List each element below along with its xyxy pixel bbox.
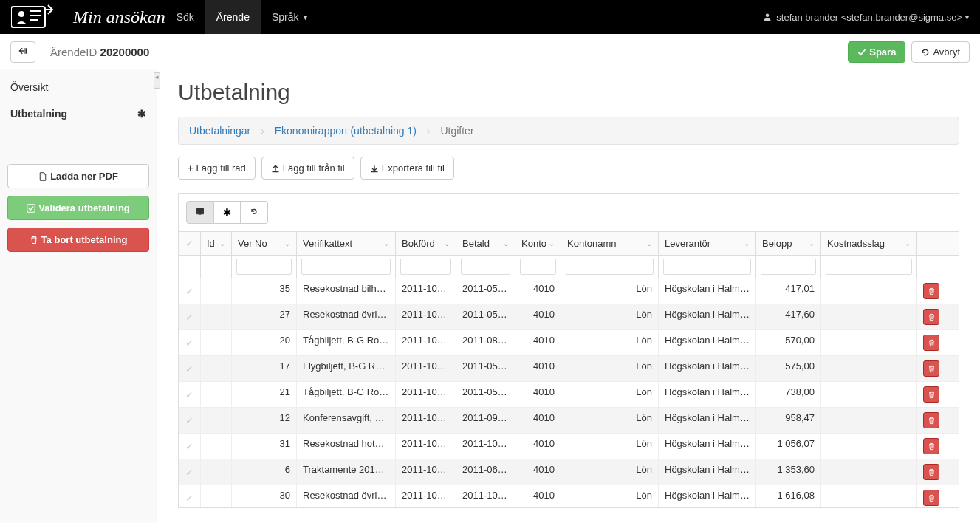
- nav-arende[interactable]: Ärende: [205, 0, 261, 34]
- cell-leverantor: Högskolan i Halmst...: [659, 485, 756, 507]
- sidebar-resize-handle[interactable]: ◂: [153, 69, 161, 523]
- save-button[interactable]: Spara: [848, 41, 905, 63]
- row-check[interactable]: ✓: [179, 485, 201, 507]
- cell-belopp: 1 056,07: [756, 434, 821, 459]
- check-icon: [857, 48, 866, 57]
- add-row-button[interactable]: + Lägg till rad: [178, 157, 256, 180]
- col-belopp[interactable]: Belopp⌄: [756, 232, 821, 255]
- delete-row-button[interactable]: [923, 283, 939, 299]
- cell-delete: [917, 408, 943, 433]
- cell-kontonamn: Lön: [561, 408, 659, 433]
- breadcrumb-utbetalningar[interactable]: Utbetalningar: [189, 125, 250, 137]
- cell-konto: 4010: [515, 434, 561, 459]
- filter-verno[interactable]: [236, 259, 292, 275]
- row-check[interactable]: ✓: [179, 459, 201, 485]
- col-bokford[interactable]: Bokförd⌄: [396, 232, 456, 255]
- sort-icon: ⌄: [809, 239, 815, 247]
- sort-icon: ⌄: [549, 239, 555, 247]
- col-verifikat[interactable]: Verifikattext⌄: [297, 232, 396, 255]
- breadcrumb-ekonomi[interactable]: Ekonomirapport (utbetalning 1): [275, 125, 417, 137]
- delete-row-button[interactable]: [923, 335, 939, 351]
- filter-bokford[interactable]: [400, 259, 451, 275]
- table-row[interactable]: ✓27Resekostnad övrig, ...2011-10-282011-…: [179, 304, 959, 330]
- cell-konto: 4010: [515, 356, 561, 381]
- col-kontonamn[interactable]: Kontonamn⌄: [561, 232, 659, 255]
- delete-row-button[interactable]: [923, 438, 939, 454]
- col-leverantor[interactable]: Leverantör⌄: [659, 232, 756, 255]
- check-square-icon: [27, 204, 35, 213]
- row-check[interactable]: ✓: [179, 330, 201, 355]
- download-pdf-button[interactable]: Ladda ner PDF: [7, 164, 149, 188]
- delete-row-button[interactable]: [923, 386, 939, 403]
- sidebar-item-utbetalning[interactable]: Utbetalning ✱: [0, 100, 157, 127]
- check-icon: ✓: [185, 238, 193, 249]
- col-id[interactable]: Id⌄: [201, 232, 232, 255]
- row-check[interactable]: ✓: [179, 408, 201, 433]
- col-kostnad[interactable]: Kostnadsslag⌄: [821, 232, 917, 255]
- table-row[interactable]: ✓6Traktamente 2011-...2011-10-282011-06-…: [179, 459, 959, 485]
- filter-belopp[interactable]: [761, 259, 816, 275]
- cell-id: [201, 356, 232, 381]
- cell-bokford: 2011-10-28: [396, 356, 456, 381]
- delete-row-button[interactable]: [923, 412, 939, 428]
- filter-verifikat[interactable]: [301, 259, 391, 275]
- delete-row-button[interactable]: [923, 464, 939, 480]
- cell-id: [201, 485, 232, 507]
- row-check[interactable]: ✓: [179, 356, 201, 381]
- grid-tool-book[interactable]: [186, 201, 214, 224]
- trash-icon: [928, 391, 936, 399]
- table-row[interactable]: ✓30Resekostnad övrig, ...2011-10-282011-…: [179, 485, 959, 507]
- row-check[interactable]: ✓: [179, 304, 201, 329]
- export-file-button[interactable]: Exportera till fil: [360, 157, 454, 180]
- cell-kontonamn: Lön: [561, 356, 659, 381]
- table-row[interactable]: ✓12Konferensavgift, La...2011-10-282011-…: [179, 408, 959, 434]
- delete-row-button[interactable]: [923, 490, 939, 506]
- validate-button[interactable]: Validera utbetalning: [7, 196, 149, 220]
- cell-betald: 2011-05-01: [456, 356, 515, 381]
- grid-tool-asterisk[interactable]: ✱: [214, 201, 241, 224]
- grid-tool-undo[interactable]: [241, 201, 268, 224]
- refresh-icon: [921, 48, 930, 57]
- col-betald[interactable]: Betald⌄: [456, 232, 515, 255]
- nav-sok[interactable]: Sök: [165, 0, 205, 34]
- add-from-file-button[interactable]: Lägg till från fil: [261, 157, 354, 180]
- table-row[interactable]: ✓17Flygbiljett, B-G Rosén2011-10-282011-…: [179, 356, 959, 382]
- cell-verifikat: Resekostnad hotell...: [297, 434, 396, 459]
- filter-kontonamn[interactable]: [566, 259, 654, 275]
- brand-logo[interactable]: [11, 4, 55, 30]
- col-select[interactable]: ✓: [179, 232, 201, 255]
- table-row[interactable]: ✓35Resekostnad bilhyr...2011-10-282011-0…: [179, 278, 959, 304]
- delete-row-button[interactable]: [923, 309, 939, 325]
- filter-leverantor[interactable]: [663, 259, 751, 275]
- col-konto[interactable]: Konto⌄: [515, 232, 561, 255]
- cell-bokford: 2011-10-28: [396, 304, 456, 329]
- table-row[interactable]: ✓21Tågbiljett, B-G Rosén2011-10-282011-0…: [179, 382, 959, 408]
- breadcrumb-separator: ›: [261, 125, 264, 137]
- cell-betald: 2011-08-30: [456, 330, 515, 355]
- filter-konto[interactable]: [520, 259, 556, 275]
- filter-kostnad[interactable]: [826, 259, 912, 275]
- row-check[interactable]: ✓: [179, 382, 201, 407]
- delete-row-button[interactable]: [923, 360, 939, 377]
- table-body[interactable]: ✓35Resekostnad bilhyr...2011-10-282011-0…: [179, 278, 959, 507]
- trash-icon: [30, 236, 38, 245]
- cell-leverantor: Högskolan i Halmst...: [659, 408, 756, 433]
- cell-konto: 4010: [515, 304, 561, 329]
- table-row[interactable]: ✓20Tågbiljett, B-G Rosén2011-10-282011-0…: [179, 330, 959, 356]
- filter-betald[interactable]: [461, 259, 510, 275]
- subheader: ÄrendeID 20200000 Spara Avbryt: [0, 34, 980, 69]
- user-menu[interactable]: stefan brander <stefan.brander@sigma.se>…: [763, 12, 969, 23]
- cancel-button[interactable]: Avbryt: [911, 41, 970, 63]
- cell-verifikat: Tågbiljett, B-G Rosén: [297, 330, 396, 355]
- nav-sprak[interactable]: Språk ▼: [261, 0, 320, 34]
- delete-payment-button[interactable]: Ta bort utbetalning: [7, 228, 149, 252]
- row-check[interactable]: ✓: [179, 278, 201, 304]
- cell-konto: 4010: [515, 382, 561, 407]
- cell-verifikat: Konferensavgift, La...: [297, 408, 396, 433]
- col-verno[interactable]: Ver No⌄: [232, 232, 297, 255]
- table-row[interactable]: ✓31Resekostnad hotell...2011-10-282011-1…: [179, 434, 959, 459]
- sidebar-item-oversikt[interactable]: Översikt: [0, 74, 157, 100]
- back-button[interactable]: [10, 41, 35, 63]
- row-check[interactable]: ✓: [179, 434, 201, 459]
- sidebar: Översikt Utbetalning ✱ Ladda ner PDF Val…: [0, 69, 157, 523]
